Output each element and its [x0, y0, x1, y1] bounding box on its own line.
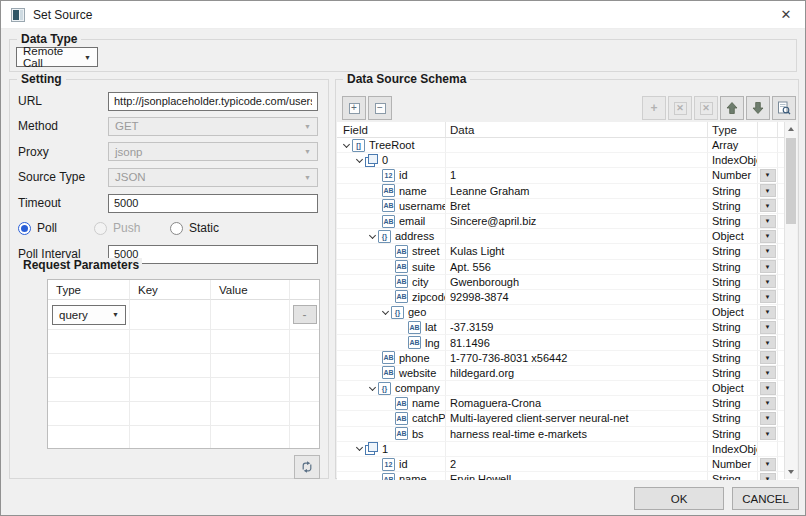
tree-row[interactable]: 0IndexObject — [337, 153, 797, 168]
tree-data-cell[interactable]: 81.1496 — [446, 335, 708, 350]
type-dropdown-button[interactable]: ▼ — [760, 458, 776, 471]
tree-data-cell[interactable]: -37.3159 — [446, 320, 708, 335]
tree-scrollbar[interactable] — [784, 122, 797, 479]
chevron-expanded-icon[interactable] — [379, 311, 391, 314]
empty-cell[interactable] — [130, 330, 211, 354]
tree-row[interactable]: {}companyObject▼ — [337, 381, 797, 396]
empty-cell[interactable] — [130, 354, 211, 378]
empty-cell[interactable] — [211, 402, 290, 426]
tree-data-cell[interactable]: Romaguera-Crona — [446, 396, 708, 411]
tree-data-cell[interactable]: Kulas Light — [446, 244, 708, 259]
tree-data-cell[interactable]: 92998-3874 — [446, 290, 708, 305]
type-dropdown-button[interactable]: ▼ — [760, 245, 776, 258]
type-dropdown-button[interactable]: ▼ — [760, 427, 776, 440]
tree-data-cell[interactable]: hildegard.org — [446, 366, 708, 381]
collapse-all-button[interactable]: − — [368, 96, 392, 120]
param-key-cell[interactable] — [130, 300, 211, 330]
type-dropdown-button[interactable]: ▼ — [760, 290, 776, 303]
type-dropdown-button[interactable]: ▼ — [760, 351, 776, 364]
empty-cell[interactable] — [211, 354, 290, 378]
param-value-cell[interactable] — [211, 300, 290, 330]
tree-data-cell[interactable]: 1 — [446, 168, 708, 183]
tree-data-cell[interactable]: Ervin Howell — [446, 472, 708, 480]
empty-cell[interactable] — [290, 402, 319, 426]
tree-data-cell[interactable]: 1-770-736-8031 x56442 — [446, 351, 708, 366]
empty-cell[interactable] — [211, 378, 290, 402]
static-radio[interactable]: Static — [170, 221, 219, 235]
empty-cell[interactable] — [48, 330, 130, 354]
scroll-down-icon[interactable] — [785, 465, 797, 479]
move-up-button[interactable] — [720, 96, 744, 120]
timeout-input[interactable] — [108, 194, 318, 213]
data-type-select[interactable]: Remote Call ▼ — [16, 47, 98, 67]
empty-cell[interactable] — [211, 330, 290, 354]
tree-row[interactable]: {}addressObject▼ — [337, 229, 797, 244]
chevron-expanded-icon[interactable] — [366, 387, 378, 390]
empty-cell[interactable] — [48, 402, 130, 426]
tree-row[interactable]: {}geoObject▼ — [337, 305, 797, 320]
tree-data-cell[interactable]: Sincere@april.biz — [446, 214, 708, 229]
tree-data-cell[interactable]: Gwenborough — [446, 275, 708, 290]
tree-data-cell[interactable] — [446, 381, 708, 396]
empty-cell[interactable] — [290, 354, 319, 378]
type-dropdown-button[interactable]: ▼ — [760, 336, 776, 349]
type-dropdown-button[interactable]: ▼ — [760, 184, 776, 197]
ok-button[interactable]: OK — [634, 487, 724, 510]
type-dropdown-button[interactable]: ▼ — [760, 169, 776, 182]
type-dropdown-button[interactable]: ▼ — [760, 199, 776, 212]
move-down-button[interactable] — [746, 96, 770, 120]
tree-row[interactable]: ABemailSincere@april.bizString▼ — [337, 214, 797, 229]
tree-data-cell[interactable] — [446, 229, 708, 244]
empty-cell[interactable] — [130, 402, 211, 426]
tree-row[interactable]: 12id1Number▼ — [337, 168, 797, 183]
type-dropdown-button[interactable]: ▼ — [760, 473, 776, 480]
tree-row[interactable]: ABlng81.1496String▼ — [337, 335, 797, 350]
empty-cell[interactable] — [290, 426, 319, 449]
empty-cell[interactable] — [48, 378, 130, 402]
poll-radio[interactable]: Poll — [18, 221, 94, 235]
tree-row[interactable]: ABusernameBretString▼ — [337, 199, 797, 214]
tree-row[interactable]: ABphone1-770-736-8031 x56442String▼ — [337, 351, 797, 366]
scrollbar-thumb[interactable] — [786, 138, 796, 224]
preview-data-button[interactable] — [772, 96, 796, 120]
tree-data-cell[interactable] — [446, 138, 708, 153]
tree-data-cell[interactable] — [446, 305, 708, 320]
empty-cell[interactable] — [130, 378, 211, 402]
chevron-expanded-icon[interactable] — [353, 159, 365, 162]
empty-cell[interactable] — [211, 426, 290, 449]
scroll-up-icon[interactable] — [785, 122, 797, 136]
tree-row[interactable]: 1IndexObject — [337, 442, 797, 457]
tree-row[interactable]: ABnameErvin HowellString▼ — [337, 472, 797, 480]
tree-data-cell[interactable]: harness real-time e-markets — [446, 427, 708, 442]
type-dropdown-button[interactable]: ▼ — [760, 260, 776, 273]
cancel-button[interactable]: CANCEL — [732, 487, 799, 510]
tree-row[interactable]: ABstreetKulas LightString▼ — [337, 244, 797, 259]
type-dropdown-button[interactable]: ▼ — [760, 230, 776, 243]
param-type-select[interactable]: query ▼ — [52, 305, 126, 325]
type-dropdown-button[interactable]: ▼ — [760, 382, 776, 395]
tree-data-cell[interactable]: Multi-layered client-server neural-net — [446, 411, 708, 426]
tree-row[interactable]: ABcatchPhraseMulti-layered client-server… — [337, 411, 797, 426]
tree-row[interactable]: ABbsharness real-time e-marketsString▼ — [337, 427, 797, 442]
empty-cell[interactable] — [130, 426, 211, 449]
refresh-parameters-button[interactable] — [294, 455, 320, 479]
remove-parameter-button[interactable]: - — [293, 305, 317, 324]
expand-all-button[interactable]: + — [342, 96, 366, 120]
chevron-expanded-icon[interactable] — [366, 235, 378, 238]
tree-row[interactable]: ABnameLeanne GrahamString▼ — [337, 184, 797, 199]
empty-cell[interactable] — [48, 354, 130, 378]
tree-data-cell[interactable]: 2 — [446, 457, 708, 472]
tree-data-cell[interactable]: Leanne Graham — [446, 184, 708, 199]
empty-cell[interactable] — [290, 330, 319, 354]
type-dropdown-button[interactable]: ▼ — [760, 306, 776, 319]
chevron-expanded-icon[interactable] — [353, 447, 365, 450]
empty-cell[interactable] — [290, 378, 319, 402]
chevron-expanded-icon[interactable] — [340, 144, 352, 147]
tree-row[interactable]: 12id2Number▼ — [337, 457, 797, 472]
tree-data-cell[interactable]: Bret — [446, 199, 708, 214]
type-dropdown-button[interactable]: ▼ — [760, 366, 776, 379]
type-dropdown-button[interactable]: ▼ — [760, 215, 776, 228]
type-dropdown-button[interactable]: ▼ — [760, 412, 776, 425]
tree-data-cell[interactable] — [446, 442, 708, 457]
tree-row[interactable]: []TreeRootArray — [337, 138, 797, 153]
